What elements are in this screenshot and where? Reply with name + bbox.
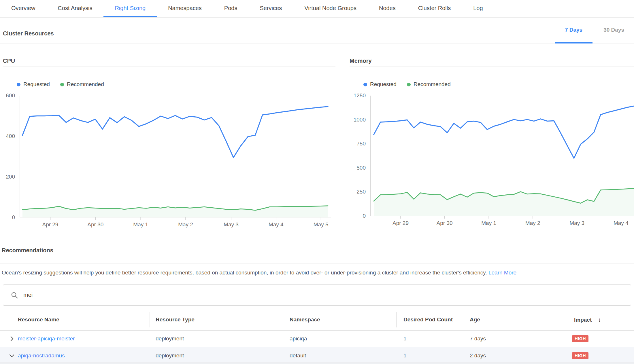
x-tick-label: May 2 bbox=[167, 221, 204, 228]
age-cell: 2 days bbox=[470, 347, 486, 364]
memory-chart-title: Memory bbox=[350, 58, 634, 67]
y-tick-label: 250 bbox=[350, 188, 366, 195]
range-7-days[interactable]: 7 Days bbox=[555, 18, 593, 43]
x-tick-label: May 4 bbox=[602, 220, 634, 226]
time-range-toggle: 7 Days 30 Days bbox=[555, 18, 629, 43]
column-divider bbox=[568, 312, 568, 327]
y-tick-label: 200 bbox=[3, 173, 15, 180]
legend-label: Requested bbox=[23, 81, 50, 88]
header-age: Age bbox=[470, 310, 480, 330]
recommendations-search[interactable] bbox=[3, 285, 631, 306]
x-tick-label: May 3 bbox=[212, 221, 250, 228]
x-tick-label: May 1 bbox=[122, 221, 159, 228]
y-tick-label: 1000 bbox=[350, 116, 366, 123]
x-tick-label: May 2 bbox=[514, 220, 552, 226]
requested-dot-icon bbox=[363, 83, 367, 86]
legend-label: Requested bbox=[370, 81, 397, 88]
x-tick-label: Apr 29 bbox=[382, 220, 419, 226]
search-icon bbox=[11, 291, 18, 299]
legend-label: Recommended bbox=[67, 81, 104, 88]
x-tick-label: Apr 29 bbox=[31, 221, 69, 228]
namespace-cell: apiciqa bbox=[290, 331, 307, 347]
resource-name-link[interactable]: apiqa-nostradamus bbox=[18, 352, 65, 359]
learn-more-link[interactable]: Learn More bbox=[488, 270, 516, 276]
table-row-meister-apiciqa-meister[interactable]: meister-apiciqa-meister deployment apici… bbox=[0, 331, 634, 347]
y-tick-label: 0 bbox=[3, 214, 15, 221]
tab-nodes[interactable]: Nodes bbox=[368, 0, 407, 17]
header-resource-type: Resource Type bbox=[156, 310, 195, 330]
right-sizing-page: Overview Cost Analysis Right Sizing Name… bbox=[0, 0, 634, 364]
header-namespace: Namespace bbox=[290, 310, 320, 330]
tab-namespaces[interactable]: Namespaces bbox=[157, 0, 213, 17]
expanded-row-divider bbox=[0, 363, 634, 363]
cpu-chart-title: CPU bbox=[3, 58, 335, 67]
range-30-days[interactable]: 30 Days bbox=[599, 18, 629, 43]
cpu-chart-panel: CPU Requested Recommended 6004002000 Apr… bbox=[3, 58, 335, 236]
resource-type-cell: deployment bbox=[156, 347, 184, 364]
cluster-resources-header: Cluster Resources 7 Days 30 Days bbox=[0, 18, 634, 43]
header-desired-pod-count: Desired Pod Count bbox=[403, 310, 453, 330]
tab-log[interactable]: Log bbox=[462, 0, 494, 17]
recommendations-title: Recommendations bbox=[2, 247, 53, 254]
impact-badge-high: HIGH bbox=[572, 335, 588, 342]
x-tick-label: May 4 bbox=[257, 221, 295, 228]
column-divider bbox=[396, 312, 397, 327]
cluster-resources-title: Cluster Resources bbox=[3, 30, 54, 37]
namespace-cell: default bbox=[290, 347, 306, 364]
header-resource-name: Resource Name bbox=[18, 310, 59, 330]
tab-services[interactable]: Services bbox=[248, 0, 293, 17]
recommendations-table-header: Resource Name Resource Type Namespace De… bbox=[0, 310, 634, 331]
legend-item-recommended: Recommended bbox=[407, 81, 451, 88]
recommended-dot-icon bbox=[60, 83, 64, 86]
tab-right-sizing[interactable]: Right Sizing bbox=[103, 0, 157, 17]
resource-name-link[interactable]: meister-apiciqa-meister bbox=[18, 335, 75, 342]
tab-cluster-rolls[interactable]: Cluster Rolls bbox=[407, 0, 462, 17]
legend-label: Recommended bbox=[414, 81, 451, 88]
column-divider bbox=[283, 312, 283, 327]
x-tick-label: Apr 30 bbox=[77, 221, 114, 228]
y-tick-label: 0 bbox=[350, 213, 366, 219]
legend-item-requested: Requested bbox=[363, 81, 397, 88]
tab-virtual-node-groups[interactable]: Virtual Node Groups bbox=[293, 0, 368, 17]
requested-dot-icon bbox=[17, 83, 20, 86]
y-tick-label: 400 bbox=[3, 133, 15, 140]
search-input[interactable] bbox=[23, 291, 631, 299]
pod-count-cell: 1 bbox=[403, 331, 407, 347]
x-tick-label: May 1 bbox=[470, 220, 507, 226]
x-tick-label: Apr 30 bbox=[426, 220, 463, 226]
cpu-chart-legend: Requested Recommended bbox=[17, 81, 104, 88]
chevron-down-icon[interactable] bbox=[9, 352, 15, 359]
legend-item-recommended: Recommended bbox=[60, 81, 104, 88]
chevron-right-icon[interactable] bbox=[9, 335, 15, 342]
y-tick-label: 1250 bbox=[350, 92, 366, 99]
table-row-apiqa-nostradamus[interactable]: apiqa-nostradamus deployment default 1 2… bbox=[0, 347, 634, 364]
memory-chart-legend: Requested Recommended bbox=[363, 81, 451, 88]
column-divider bbox=[463, 312, 463, 327]
recommendations-description: Ocean's resizing suggestions will help y… bbox=[2, 268, 630, 277]
pod-count-cell: 1 bbox=[403, 347, 407, 364]
header-impact-sort[interactable]: Impact↓ bbox=[574, 310, 601, 330]
y-tick-label: 500 bbox=[350, 164, 366, 171]
resource-type-cell: deployment bbox=[156, 331, 184, 347]
cpu-line-chart bbox=[20, 96, 331, 221]
sort-descending-icon[interactable]: ↓ bbox=[598, 316, 601, 323]
top-tab-bar: Overview Cost Analysis Right Sizing Name… bbox=[0, 0, 634, 18]
tab-overview[interactable]: Overview bbox=[0, 0, 46, 17]
y-tick-label: 750 bbox=[350, 140, 366, 147]
column-divider bbox=[150, 312, 150, 327]
impact-badge-high: HIGH bbox=[572, 352, 588, 359]
tab-pods[interactable]: Pods bbox=[213, 0, 249, 17]
x-tick-label: May 3 bbox=[558, 220, 596, 226]
header-impact-label: Impact bbox=[574, 317, 592, 323]
recommended-dot-icon bbox=[407, 83, 411, 86]
recommendations-text: Ocean's resizing suggestions will help y… bbox=[2, 270, 487, 276]
y-tick-label: 600 bbox=[3, 92, 15, 99]
memory-chart-panel: Memory Requested Recommended 12501000750… bbox=[350, 58, 634, 236]
memory-line-chart bbox=[370, 96, 634, 219]
age-cell: 7 days bbox=[470, 331, 486, 347]
legend-item-requested: Requested bbox=[17, 81, 50, 88]
recommendations-divider bbox=[0, 263, 634, 263]
x-tick-label: May 5 bbox=[302, 221, 340, 228]
tab-cost-analysis[interactable]: Cost Analysis bbox=[46, 0, 103, 17]
